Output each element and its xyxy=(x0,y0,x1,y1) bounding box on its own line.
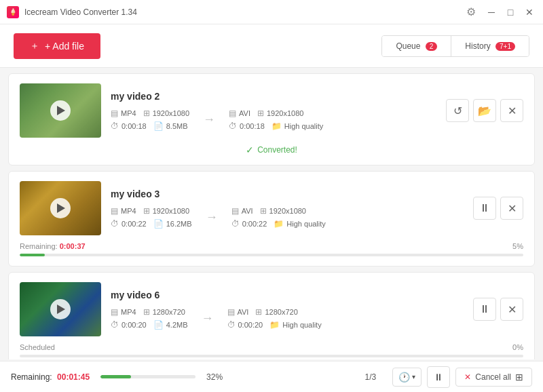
retry-button-1[interactable]: ↺ xyxy=(446,99,469,122)
size-icon-3: 📄 xyxy=(153,320,164,330)
source-resolution-1: ⊞ 1920x1080 xyxy=(143,109,189,118)
target-meta-3: ▤ AVI ⊞ 1280x720 ⏱ 0:00:20 xyxy=(227,307,322,330)
source-size-3: 📄 4.2MB xyxy=(153,320,188,330)
target-resolution-2: ⊞ 1920x1080 xyxy=(260,206,306,216)
source-dur-text-3: 0:00:20 xyxy=(121,321,147,329)
title-bar-left: 🍦 Icecream Video Converter 1.34 xyxy=(7,6,137,18)
pause-button-2[interactable]: ⏸ xyxy=(473,197,496,220)
pause-all-button[interactable]: ⏸ xyxy=(427,366,450,388)
target-format-3: ▤ AVI xyxy=(227,307,249,317)
source-dur-text-1: 0:00:18 xyxy=(121,122,147,130)
progress-bar-bg-3 xyxy=(20,355,523,357)
target-format-text-2: AVI xyxy=(242,207,253,215)
dur-icon-3: ⏱ xyxy=(111,320,119,330)
thumbnail-3 xyxy=(20,282,101,336)
source-format-1: ▤ MP4 xyxy=(111,109,136,118)
source-res-text-2: 1920x1080 xyxy=(153,207,189,215)
target-duration-3: ⏱ 0:00:20 xyxy=(227,320,263,330)
play-button-1[interactable] xyxy=(50,100,71,121)
add-file-button[interactable]: ＋ + Add file xyxy=(14,33,100,59)
title-bar: 🍦 Icecream Video Converter 1.34 ⚙ ─ □ ✕ xyxy=(0,0,543,24)
file-meta-row-3: ▤ MP4 ⊞ 1280x720 ⏱ 0:00:20 xyxy=(111,307,464,330)
arrow-1: → xyxy=(195,113,223,127)
remove-button-2[interactable]: ✕ xyxy=(500,197,523,220)
target-row2-2: ⏱ 0:00:22 📁 High quality xyxy=(231,219,326,229)
converted-status-1: ✓ Converted! xyxy=(20,144,523,155)
target-row1-1: ▤ AVI ⊞ 1920x1080 xyxy=(229,109,323,118)
settings-icon[interactable]: ⚙ xyxy=(463,4,479,20)
source-row1-2: ▤ MP4 ⊞ 1920x1080 xyxy=(111,206,192,216)
res-icon-3: ⊞ xyxy=(143,307,150,317)
maximize-button[interactable]: □ xyxy=(504,5,517,19)
folder-button-1[interactable]: 📂 xyxy=(473,99,496,122)
video-card-2: my video 3 ▤ MP4 ⊞ 1920x1080 xyxy=(8,171,535,267)
format-icon-3: ▤ xyxy=(111,307,118,317)
schedule-button[interactable]: 🕐 ▾ xyxy=(392,368,422,387)
tformat-icon-3: ▤ xyxy=(227,307,235,317)
tdur-icon-2: ⏱ xyxy=(231,219,240,229)
tab-queue[interactable]: Queue 2 xyxy=(382,36,451,56)
tformat-icon-1: ▤ xyxy=(229,109,236,118)
source-row2-3: ⏱ 0:00:20 📄 4.2MB xyxy=(111,320,188,330)
minimize-button[interactable]: ─ xyxy=(485,5,498,19)
play-button-2[interactable] xyxy=(50,198,71,218)
cancel-all-label: Cancel all xyxy=(475,372,511,382)
source-size-text-3: 4.2MB xyxy=(166,321,188,329)
remaining-time-2: 0:00:37 xyxy=(60,242,86,250)
video-card-1: my video 2 ▤ MP4 ⊞ 1920x1080 xyxy=(8,73,535,165)
card-top-3: my video 6 ▤ MP4 ⊞ 1280x720 xyxy=(20,282,523,336)
add-icon: ＋ xyxy=(30,40,39,52)
target-quality-2: 📁 High quality xyxy=(274,219,325,229)
status-percent: 32% xyxy=(206,372,223,382)
source-size-text-2: 16.2MB xyxy=(166,220,192,228)
target-res-text-2: 1920x1080 xyxy=(269,207,306,215)
tqual-icon-1: 📁 xyxy=(272,121,282,131)
tdur-icon-1: ⏱ xyxy=(229,121,237,131)
card-top-2: my video 3 ▤ MP4 ⊞ 1920x1080 xyxy=(20,181,523,235)
remove-button-3[interactable]: ✕ xyxy=(500,298,523,321)
thumbnail-1 xyxy=(20,83,101,138)
close-button[interactable]: ✕ xyxy=(523,5,536,19)
play-icon-2 xyxy=(57,203,65,213)
app-title: Icecream Video Converter 1.34 xyxy=(24,7,137,17)
play-button-3[interactable] xyxy=(50,299,71,319)
size-icon-1: 📄 xyxy=(153,121,164,131)
res-icon-2: ⊞ xyxy=(143,206,150,216)
pause-button-3[interactable]: ⏸ xyxy=(473,298,496,321)
target-format-1: ▤ AVI xyxy=(229,109,250,118)
card-bottom-3: Scheduled 0% xyxy=(20,343,523,357)
remaining-label: Remaining: xyxy=(11,372,52,382)
remaining-text-2: Remaining: xyxy=(20,242,58,250)
target-dur-text-1: 0:00:18 xyxy=(240,122,265,130)
card-info-2: my video 3 ▤ MP4 ⊞ 1920x1080 xyxy=(111,189,464,229)
target-duration-2: ⏱ 0:00:22 xyxy=(231,219,267,229)
format-icon-1: ▤ xyxy=(111,109,118,118)
source-duration-2: ⏱ 0:00:22 xyxy=(111,219,147,229)
size-icon-2: 📄 xyxy=(153,219,164,229)
tqual-icon-3: 📁 xyxy=(269,320,280,330)
target-dur-text-3: 0:00:20 xyxy=(238,321,263,329)
target-row1-3: ▤ AVI ⊞ 1280x720 xyxy=(227,307,322,317)
chevron-down-icon: ▾ xyxy=(412,373,415,380)
source-res-text-1: 1920x1080 xyxy=(153,109,189,117)
tres-icon-1: ⊞ xyxy=(257,109,264,118)
card-info-1: my video 2 ▤ MP4 ⊞ 1920x1080 xyxy=(111,91,436,131)
history-badge: 7+1 xyxy=(495,42,515,51)
target-res-text-1: 1920x1080 xyxy=(267,109,303,117)
target-resolution-1: ⊞ 1920x1080 xyxy=(257,109,303,118)
res-icon-1: ⊞ xyxy=(143,109,150,118)
cancel-all-button[interactable]: ✕ Cancel all ⊞ xyxy=(455,368,532,387)
remove-button-1[interactable]: ✕ xyxy=(500,99,523,122)
card-bottom-2: Remaining: 0:00:37 5% xyxy=(20,242,523,256)
target-row2-1: ⏱ 0:00:18 📁 High quality xyxy=(229,121,323,131)
target-dur-text-2: 0:00:22 xyxy=(242,220,267,228)
arrow-2: → xyxy=(198,210,226,224)
progress-percent-2: 5% xyxy=(512,242,523,250)
tab-history[interactable]: History 7+1 xyxy=(451,36,529,56)
target-qual-text-2: High quality xyxy=(286,220,325,228)
source-meta-3: ▤ MP4 ⊞ 1280x720 ⏱ 0:00:20 xyxy=(111,307,188,330)
source-resolution-3: ⊞ 1280x720 xyxy=(143,307,185,317)
status-count: 1/3 xyxy=(365,372,377,382)
progress-bar-bg-2 xyxy=(20,254,523,256)
history-tab-label: History xyxy=(465,41,490,51)
